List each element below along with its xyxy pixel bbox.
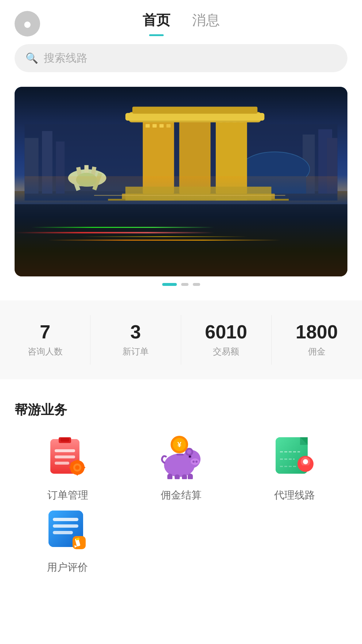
search-placeholder-text: 搜索线路 — [44, 51, 87, 66]
svg-rect-21 — [166, 124, 170, 128]
stat-consult: 7 咨询人数 — [0, 315, 90, 365]
commission-icon: ¥ — [159, 435, 203, 479]
stat-transaction: 6010 交易额 — [181, 315, 272, 365]
stat-commission-number: 1800 — [296, 322, 338, 341]
business-section: 帮游业务 — [0, 387, 362, 596]
section-title: 帮游业务 — [15, 401, 347, 419]
svg-rect-51 — [55, 462, 69, 465]
dot-3[interactable] — [193, 283, 200, 286]
svg-rect-50 — [55, 455, 75, 458]
dot-2[interactable] — [181, 283, 188, 286]
stat-order-number: 3 — [130, 322, 141, 341]
dot-1[interactable] — [162, 283, 177, 286]
banner-image[interactable] — [15, 87, 347, 276]
svg-rect-35 — [125, 113, 264, 121]
stat-commission: 1800 佣金 — [272, 315, 362, 365]
streak-yellow — [81, 236, 248, 237]
banner-container — [0, 79, 362, 293]
stat-consult-number: 7 — [40, 322, 50, 341]
mbs-svg — [15, 96, 347, 201]
avatar-circle: ● — [15, 11, 40, 36]
tab-message[interactable]: 消息 — [192, 11, 220, 33]
svg-point-69 — [195, 461, 198, 463]
svg-rect-74 — [175, 474, 180, 479]
stat-order: 3 新订单 — [90, 315, 181, 365]
svg-point-87 — [303, 459, 308, 464]
stat-consult-label: 咨询人数 — [28, 346, 63, 357]
svg-rect-56 — [77, 473, 78, 476]
business-item-review[interactable]: 用户评价 — [15, 506, 120, 574]
svg-rect-19 — [152, 124, 156, 128]
banner-scene — [15, 87, 347, 276]
business-item-route[interactable]: 代理线路 — [241, 434, 347, 502]
route-icon-container — [271, 434, 318, 481]
svg-point-66 — [187, 450, 191, 454]
business-item-commission[interactable]: ¥ 佣金结算 — [128, 434, 234, 502]
svg-text:¥: ¥ — [177, 441, 182, 449]
svg-rect-57 — [69, 467, 72, 468]
commission-label: 佣金结算 — [161, 488, 202, 502]
streak-orange — [48, 240, 281, 241]
stat-order-label: 新订单 — [122, 346, 149, 357]
svg-rect-55 — [77, 459, 78, 462]
svg-point-71 — [189, 456, 191, 457]
streak-green — [31, 227, 214, 228]
svg-point-54 — [75, 465, 79, 470]
business-grid-row2: 用户评价 — [15, 506, 347, 574]
order-label: 订单管理 — [47, 488, 88, 502]
commission-icon-container: ¥ — [157, 434, 205, 481]
svg-rect-91 — [53, 518, 78, 521]
user-icon: ● — [23, 16, 32, 32]
buildings — [15, 96, 347, 201]
business-grid-row1: 订单管理 — [15, 434, 347, 502]
tab-home[interactable]: 首页 — [143, 11, 170, 33]
review-icon-container — [44, 506, 91, 553]
svg-rect-73 — [167, 474, 172, 479]
avatar[interactable]: ● — [15, 11, 40, 36]
svg-rect-18 — [145, 124, 149, 128]
search-icon: 🔍 — [26, 52, 38, 64]
stat-commission-label: 佣金 — [308, 346, 326, 357]
header-tabs: 首页 消息 — [143, 11, 220, 33]
svg-rect-20 — [159, 124, 163, 128]
route-label: 代理线路 — [274, 488, 315, 502]
stat-transaction-label: 交易额 — [213, 346, 239, 357]
svg-rect-76 — [188, 474, 193, 479]
banner-dots — [15, 276, 347, 290]
business-item-order[interactable]: 订单管理 — [15, 434, 121, 502]
header: ● 首页 消息 — [0, 0, 362, 33]
route-icon — [273, 435, 316, 479]
svg-rect-48 — [61, 438, 69, 442]
svg-rect-93 — [53, 531, 73, 534]
svg-rect-75 — [182, 474, 187, 479]
search-container: 🔍 搜索线路 — [0, 33, 362, 79]
svg-rect-58 — [83, 467, 85, 468]
svg-point-67 — [191, 458, 199, 465]
svg-rect-36 — [132, 107, 257, 114]
svg-point-68 — [192, 461, 195, 463]
order-management-icon — [46, 435, 90, 479]
stats-grid: 7 咨询人数 3 新订单 6010 交易额 1800 佣金 — [0, 315, 362, 365]
stat-transaction-number: 6010 — [205, 322, 247, 341]
search-bar[interactable]: 🔍 搜索线路 — [15, 44, 347, 72]
order-icon-container — [44, 434, 92, 481]
stats-section: 7 咨询人数 3 新订单 6010 交易额 1800 佣金 — [0, 300, 362, 379]
svg-rect-49 — [55, 449, 75, 452]
review-icon — [46, 508, 89, 551]
light-streaks — [15, 219, 347, 248]
streak-red — [15, 232, 214, 233]
svg-rect-72 — [176, 454, 184, 455]
svg-rect-92 — [53, 524, 78, 528]
svg-rect-44 — [25, 176, 338, 201]
app-container: ● 首页 消息 🔍 搜索线路 — [0, 0, 362, 644]
review-label: 用户评价 — [47, 560, 88, 574]
